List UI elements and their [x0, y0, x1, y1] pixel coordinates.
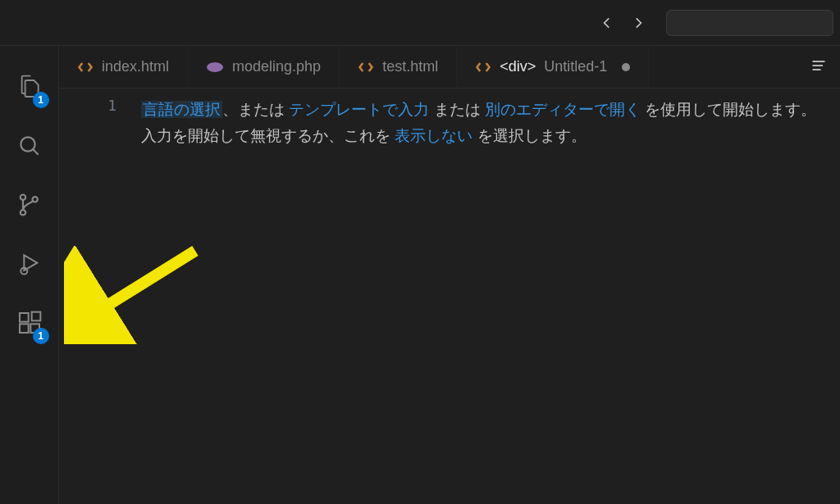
- html-file-icon: [77, 59, 94, 75]
- open-other-editor-link[interactable]: 別のエディターで開く: [485, 101, 641, 118]
- svg-point-4: [32, 197, 37, 202]
- activity-search[interactable]: [0, 116, 59, 175]
- svg-line-1: [33, 149, 38, 154]
- svg-point-2: [20, 194, 25, 199]
- select-language-link[interactable]: 言語の選択: [141, 101, 222, 118]
- search-icon: [16, 133, 43, 159]
- tab-bar: index.html modeling.php test.html <div>: [59, 46, 840, 89]
- editor-content[interactable]: 1 言語の選択、または テンプレートで入力 または 別のエディターで開く を使用…: [59, 89, 840, 504]
- activity-bar: 1: [0, 46, 59, 504]
- command-center-search[interactable]: [666, 10, 833, 36]
- titlebar: [0, 0, 840, 45]
- placeholder-line-1: 言語の選択、または テンプレートで入力 または 別のエディターで開く を使用して…: [141, 97, 840, 123]
- tab-modeling-php[interactable]: modeling.php: [188, 46, 340, 88]
- nav-back-button[interactable]: [599, 15, 615, 31]
- svg-point-0: [21, 137, 34, 151]
- line-number: 1: [59, 97, 116, 114]
- svg-point-10: [207, 62, 223, 72]
- svg-rect-9: [31, 312, 40, 321]
- menu-lines-icon: [810, 57, 827, 74]
- more-actions-button[interactable]: [810, 57, 827, 77]
- activity-extensions[interactable]: 1: [0, 293, 59, 352]
- extensions-badge: 1: [33, 328, 49, 344]
- branch-icon: [16, 192, 43, 218]
- tab-label: <div>: [500, 58, 536, 75]
- editor-text-area[interactable]: 言語の選択、または テンプレートで入力 または 別のエディターで開く を使用して…: [141, 93, 840, 504]
- tab-index-html[interactable]: index.html: [59, 46, 188, 88]
- fill-template-link[interactable]: テンプレートで入力: [289, 101, 429, 118]
- html-file-icon: [475, 59, 491, 75]
- dirty-indicator-icon: [622, 63, 630, 71]
- activity-explorer[interactable]: 1: [0, 57, 59, 116]
- run-debug-icon: [16, 251, 43, 277]
- dont-show-link[interactable]: 表示しない: [395, 127, 472, 144]
- explorer-badge: 1: [33, 92, 49, 108]
- svg-rect-7: [20, 324, 29, 333]
- svg-point-3: [20, 210, 25, 215]
- php-file-icon: [206, 61, 224, 73]
- tab-label: test.html: [382, 58, 438, 75]
- html-file-icon: [358, 59, 374, 75]
- main-container: 1: [0, 45, 840, 504]
- svg-rect-6: [20, 313, 29, 322]
- tab-untitled-1[interactable]: <div> Untitled-1: [457, 46, 649, 88]
- editor-area: index.html modeling.php test.html <div>: [59, 46, 840, 504]
- activity-source-control[interactable]: [0, 175, 59, 234]
- tab-label: modeling.php: [232, 58, 321, 75]
- nav-arrows: [599, 15, 646, 31]
- line-number-gutter: 1: [59, 93, 141, 504]
- tab-test-html[interactable]: test.html: [340, 46, 457, 88]
- placeholder-line-2: 入力を開始して無視するか、これを 表示しない を選択します。: [141, 123, 840, 149]
- activity-run-debug[interactable]: [0, 234, 59, 293]
- tab-sublabel: Untitled-1: [544, 58, 607, 75]
- nav-forward-button[interactable]: [630, 15, 646, 31]
- editor-actions: [797, 46, 840, 88]
- tab-label: index.html: [102, 58, 169, 75]
